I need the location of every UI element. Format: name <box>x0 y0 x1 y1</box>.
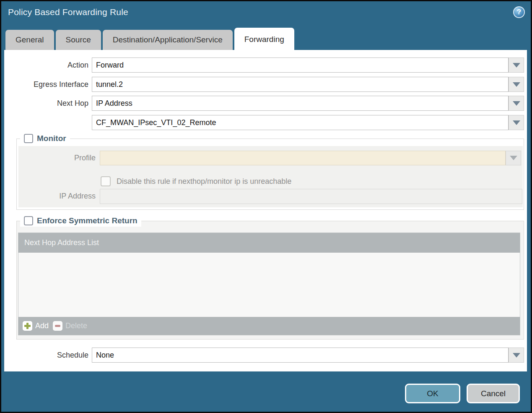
next-hop-select[interactable]: IP Address <box>92 96 509 111</box>
help-icon[interactable]: ? <box>513 6 525 18</box>
next-hop-address-list-toolbar: Add Delete <box>18 317 520 335</box>
tab-general[interactable]: General <box>5 30 54 50</box>
next-hop-address-list-body[interactable] <box>18 253 520 317</box>
profile-select <box>100 151 506 165</box>
egress-interface-dropdown-button[interactable] <box>509 77 524 92</box>
add-button[interactable]: Add <box>23 321 49 331</box>
schedule-label: Schedule <box>4 348 88 363</box>
delete-button: Delete <box>53 321 87 331</box>
schedule-dropdown-button[interactable] <box>509 348 524 363</box>
egress-interface-label: Egress Interface <box>4 77 88 92</box>
tab-forwarding[interactable]: Forwarding <box>234 28 294 50</box>
schedule-select[interactable]: None <box>92 348 509 363</box>
cancel-button[interactable]: Cancel <box>467 384 520 403</box>
next-hop-address-table: Next Hop Address List Add Delete <box>18 233 520 335</box>
profile-label: Profile <box>18 151 96 165</box>
next-hop-dropdown-button[interactable] <box>509 96 524 111</box>
disable-rule-label: Disable this rule if nexthop/monitor ip … <box>117 177 291 186</box>
chevron-down-icon <box>510 156 517 160</box>
action-select[interactable]: Forward <box>92 58 509 73</box>
egress-interface-select[interactable]: tunnel.2 <box>92 77 509 92</box>
monitor-ip-address-input <box>100 189 522 204</box>
forwarding-tab-panel: Action Forward Egress Interface tunnel.2… <box>4 50 527 371</box>
tab-source[interactable]: Source <box>56 30 101 50</box>
ok-button[interactable]: OK <box>405 384 460 403</box>
minus-icon <box>53 321 62 331</box>
profile-dropdown-button <box>506 151 521 165</box>
plus-icon <box>23 321 32 331</box>
delete-button-label: Delete <box>65 322 87 330</box>
add-button-label: Add <box>35 322 49 330</box>
tab-bar: General Source Destination/Application/S… <box>5 28 294 50</box>
symmetric-return-legend: Enforce Symmetric Return <box>20 215 141 227</box>
symmetric-return-checkbox[interactable] <box>24 216 33 225</box>
chevron-down-icon <box>513 82 520 87</box>
dialog-title: Policy Based Forwarding Rule <box>8 7 128 17</box>
chevron-down-icon <box>513 101 520 106</box>
next-hop-address-select[interactable]: CF_MWAN_IPsec_VTI_02_Remote <box>92 115 509 130</box>
symmetric-return-fieldset: Enforce Symmetric Return Next Hop Addres… <box>16 221 524 340</box>
disable-rule-checkbox <box>101 176 111 186</box>
monitor-legend-label: Monitor <box>37 134 66 143</box>
chevron-down-icon <box>513 353 520 358</box>
tab-destination-application-service[interactable]: Destination/Application/Service <box>103 30 233 50</box>
action-dropdown-button[interactable] <box>509 58 524 73</box>
next-hop-label: Next Hop <box>4 96 88 111</box>
chevron-down-icon <box>513 63 520 68</box>
monitor-checkbox[interactable] <box>24 134 33 143</box>
next-hop-address-list-header: Next Hop Address List <box>18 233 520 253</box>
monitor-panel: Profile Disable this rule if nexthop/mon… <box>18 146 523 207</box>
monitor-fieldset: Monitor Profile Disable this rule if nex… <box>16 139 524 210</box>
pbf-rule-dialog: Policy Based Forwarding Rule ? General S… <box>0 0 532 413</box>
action-label: Action <box>4 58 88 73</box>
chevron-down-icon <box>513 120 520 125</box>
next-hop-address-dropdown-button[interactable] <box>509 115 524 130</box>
monitor-ip-address-label: IP Address <box>18 189 96 204</box>
monitor-legend: Monitor <box>20 133 70 144</box>
symmetric-return-legend-label: Enforce Symmetric Return <box>37 216 138 225</box>
